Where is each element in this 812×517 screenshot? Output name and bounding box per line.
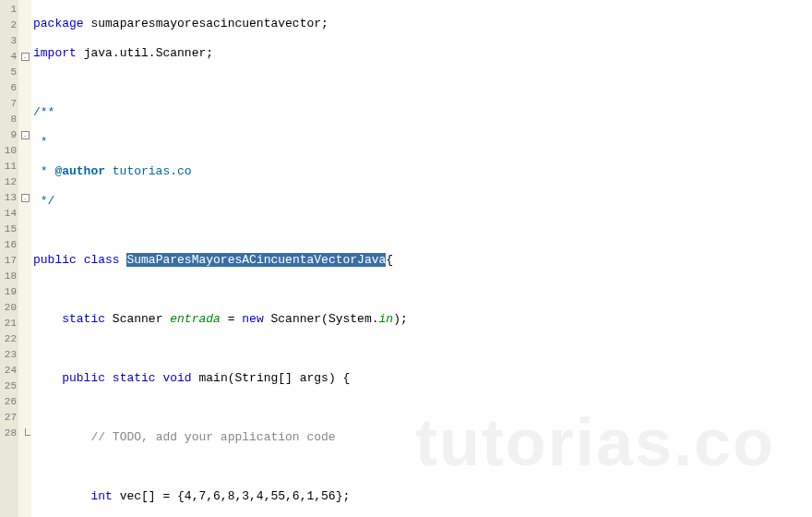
line-number: 20: [0, 300, 18, 316]
fold-spacer: [18, 331, 31, 347]
fold-spacer: [18, 159, 31, 174]
code-line: * @author tutorias.co: [33, 163, 812, 179]
code-line: public class SumaParesMayoresACincuentaV…: [33, 252, 812, 268]
line-number: 22: [0, 331, 18, 347]
code-line: package sumaparesmayoresacincuentavector…: [33, 16, 812, 31]
fold-spacer: [18, 253, 31, 269]
keyword: public: [62, 371, 105, 385]
line-number: 6: [0, 80, 18, 96]
line-number: 2: [0, 18, 18, 33]
fold-spacer: [18, 284, 31, 300]
fold-spacer: [18, 18, 31, 33]
doc-comment: *: [33, 135, 48, 149]
fold-spacer: [18, 222, 31, 237]
keyword: static: [113, 371, 156, 385]
fold-spacer: [18, 2, 31, 18]
keyword: static: [62, 312, 105, 326]
selected-class-name: SumaParesMayoresACincuentaVectorJava: [126, 253, 386, 267]
code-line: *: [33, 134, 812, 150]
line-number: 16: [0, 237, 18, 253]
line-number: 23: [0, 347, 18, 363]
line-number: 13: [0, 190, 18, 206]
line-number: 28: [0, 426, 18, 441]
line-number: 27: [0, 410, 18, 426]
code-line: [33, 75, 812, 90]
code-line: [33, 222, 812, 238]
doc-comment: */: [33, 194, 54, 208]
fold-toggle[interactable]: -: [18, 190, 31, 206]
line-number: 7: [0, 96, 18, 112]
line-number: 14: [0, 206, 18, 222]
code-line: [33, 282, 812, 297]
line-number: 3: [0, 33, 18, 49]
fold-toggle[interactable]: -: [18, 49, 31, 65]
line-number: 15: [0, 222, 18, 237]
fold-spacer: [18, 206, 31, 222]
fold-spacer: [18, 80, 31, 96]
doc-comment: * @author tutorias.co: [33, 164, 192, 178]
line-number: 5: [0, 65, 18, 80]
code-line: [33, 459, 812, 475]
keyword: int: [90, 489, 112, 503]
line-number: 4: [0, 49, 18, 65]
fold-spacer: [18, 316, 31, 331]
fold-spacer: [18, 96, 31, 112]
fold-spacer: [18, 112, 31, 127]
code-line: static Scanner entrada = new Scanner(Sys…: [33, 311, 812, 327]
line-number: 8: [0, 112, 18, 127]
fold-spacer: [18, 410, 31, 426]
fold-spacer: [18, 33, 31, 49]
keyword: import: [33, 46, 77, 60]
code-line: [33, 341, 812, 356]
line-number: 10: [0, 143, 18, 159]
doc-comment: /**: [33, 105, 54, 119]
line-number: 11: [0, 159, 18, 174]
field: entrada: [170, 312, 221, 326]
line-number: 25: [0, 379, 18, 394]
code-line: */: [33, 193, 812, 209]
fold-spacer: [18, 347, 31, 363]
line-number: 9: [0, 127, 18, 143]
code-line: public static void main(String[] args) {: [33, 370, 812, 386]
fold-end: [18, 426, 31, 441]
line-number: 12: [0, 174, 18, 190]
fold-column: ---: [18, 0, 31, 517]
fold-spacer: [18, 394, 31, 410]
fold-spacer: [18, 174, 31, 190]
keyword: package: [33, 17, 84, 30]
keyword: new: [242, 312, 263, 326]
keyword: void: [162, 371, 191, 385]
code-line: // TODO, add your application code: [33, 429, 812, 445]
code-line: /**: [33, 104, 812, 120]
line-number: 18: [0, 269, 18, 284]
keyword: public: [33, 253, 77, 267]
fold-spacer: [18, 65, 31, 80]
line-number-gutter: 1234567891011121314151617181920212223242…: [0, 0, 18, 517]
line-number: 17: [0, 253, 18, 269]
fold-spacer: [18, 237, 31, 253]
code-editor[interactable]: package sumaparesmayoresacincuentavector…: [31, 0, 812, 517]
fold-spacer: [18, 363, 31, 379]
keyword: class: [84, 253, 120, 267]
line-number: 24: [0, 363, 18, 379]
fold-toggle[interactable]: -: [18, 127, 31, 143]
code-line: int vec[] = {4,7,6,8,3,4,55,6,1,56};: [33, 488, 812, 504]
fold-spacer: [18, 143, 31, 159]
comment: // TODO, add your application code: [90, 430, 335, 444]
line-number: 21: [0, 316, 18, 331]
line-number: 26: [0, 394, 18, 410]
fold-spacer: [18, 300, 31, 316]
code-line: [33, 400, 812, 415]
fold-spacer: [18, 379, 31, 394]
line-number: 1: [0, 2, 18, 18]
code-line: import java.util.Scanner;: [33, 45, 812, 61]
line-number: 19: [0, 284, 18, 300]
fold-spacer: [18, 269, 31, 284]
field: in: [379, 312, 394, 326]
